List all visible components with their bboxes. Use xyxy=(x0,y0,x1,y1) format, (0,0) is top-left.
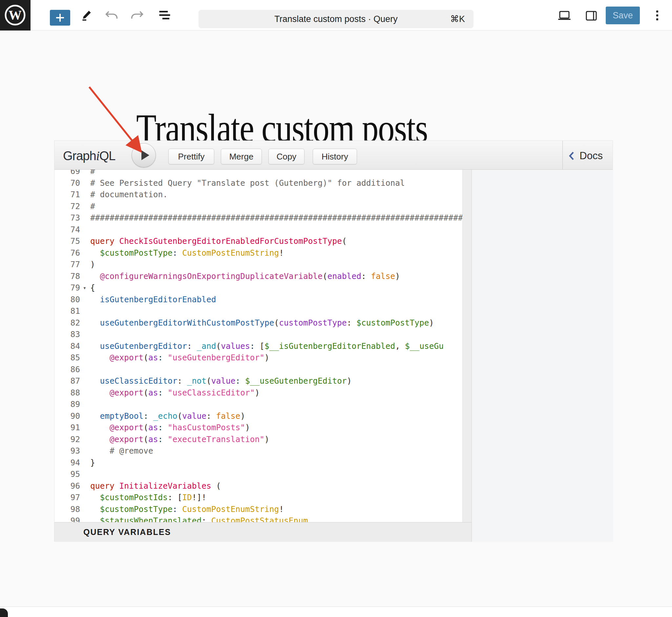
sidebar-panel-icon xyxy=(585,10,598,21)
execute-query-button[interactable] xyxy=(132,143,156,167)
wordpress-logo[interactable]: W xyxy=(0,0,30,30)
code-line: 70# See Persisted Query "Translate post … xyxy=(54,177,462,189)
plus-icon xyxy=(55,13,65,23)
command-k-shortcut: ⌘K xyxy=(450,14,465,24)
code-line: 85 @export(as: "useGutenbergEditor") xyxy=(54,352,462,364)
query-variables-label: QUERY VARIABLES xyxy=(83,528,171,537)
query-variables-bar[interactable]: QUERY VARIABLES xyxy=(54,522,471,542)
code-line: 80 isGutenbergEditorEnabled xyxy=(54,294,462,305)
save-button[interactable]: Save xyxy=(606,7,640,24)
editor-top-bar: W Translate custom pos xyxy=(0,0,672,30)
play-triangle-icon xyxy=(142,150,149,160)
code-line: 98 $customPostType: CustomPostEnumString… xyxy=(54,503,462,515)
code-line: 81 xyxy=(54,305,462,317)
code-line: 86 xyxy=(54,364,462,376)
code-line: 89 xyxy=(54,398,462,410)
graphiql-toolbar: GraphiQL Prettify Merge Copy History Doc… xyxy=(54,141,613,170)
editor-canvas: Translate custom posts GraphiQL Prettify… xyxy=(0,30,672,607)
document-overview-button[interactable] xyxy=(158,8,172,22)
toolbar-divider xyxy=(563,141,563,170)
redo-arrow-icon xyxy=(131,10,144,20)
list-view-icon xyxy=(158,10,171,21)
kebab-dot xyxy=(656,18,658,20)
editor-scrollbar[interactable] xyxy=(462,170,471,522)
code-line: 87 useClassicEditor: _not(value: $__useG… xyxy=(54,375,462,387)
document-title-search[interactable]: Translate custom posts · Query ⌘K xyxy=(199,10,473,28)
code-line: 74 xyxy=(54,224,462,236)
code-line: 91 @export(as: "hasCustomPosts") xyxy=(54,422,462,434)
code-line: 92 @export(as: "executeTranslation") xyxy=(54,434,462,445)
code-line: 93 # @remove xyxy=(54,445,462,457)
code-line: 96query InitializeVariables ( xyxy=(54,480,462,492)
code-line: 90 emptyBool: _echo(value: false) xyxy=(54,410,462,422)
code-line: 72# xyxy=(54,201,462,212)
copy-button[interactable]: Copy xyxy=(268,149,304,164)
code-line: 88 @export(as: "useClassicEditor") xyxy=(54,387,462,399)
docs-label: Docs xyxy=(580,150,603,162)
code-line: 75query CheckIsGutenbergEditorEnabledFor… xyxy=(54,235,462,247)
result-pane xyxy=(471,170,613,542)
svg-text:W: W xyxy=(9,8,22,22)
tools-button[interactable] xyxy=(79,8,94,22)
document-title: Translate custom posts · Query xyxy=(274,14,398,24)
more-options-button[interactable] xyxy=(655,8,660,23)
code-line: 71# documentation. xyxy=(54,189,462,201)
docs-button[interactable]: Docs xyxy=(568,149,603,163)
code-line: 83 xyxy=(54,329,462,340)
code-line: 69# xyxy=(54,170,462,177)
query-editor[interactable]: 69#70# See Persisted Query "Translate po… xyxy=(54,170,462,522)
code-line: 95 xyxy=(54,468,462,480)
code-line: 73######################################… xyxy=(54,212,462,224)
prettify-button[interactable]: Prettify xyxy=(168,149,214,164)
redo-button[interactable] xyxy=(130,8,144,22)
chevron-left-icon xyxy=(568,151,575,161)
code-line: 94} xyxy=(54,457,462,469)
undo-arrow-icon xyxy=(105,10,118,20)
preview-button[interactable] xyxy=(557,9,572,23)
undo-button[interactable] xyxy=(104,8,119,22)
code-line: 78 @configureWarningsOnExportingDuplicat… xyxy=(54,270,462,282)
code-line: 82 useGutenbergEditorWithCustomPostType(… xyxy=(54,317,462,329)
code-lines: 69#70# See Persisted Query "Translate po… xyxy=(54,170,462,522)
graphiql-logo: GraphiQL xyxy=(63,148,115,164)
code-line: 97 $customPostIds: [ID!]! xyxy=(54,492,462,503)
code-line: 77) xyxy=(54,259,462,270)
wordpress-w-icon: W xyxy=(0,0,30,30)
settings-sidebar-button[interactable] xyxy=(584,9,599,23)
editor-footer-bar: Query xyxy=(0,607,672,617)
kebab-dot xyxy=(656,14,658,16)
graphiql-block: GraphiQL Prettify Merge Copy History Doc… xyxy=(54,141,613,542)
laptop-icon xyxy=(557,10,572,21)
block-inserter-button[interactable] xyxy=(50,10,70,26)
kebab-dot xyxy=(656,10,658,12)
merge-button[interactable]: Merge xyxy=(221,149,262,164)
code-line: 84 useGutenbergEditor: _and(values: [$__… xyxy=(54,340,462,352)
fold-arrow-icon[interactable]: ▾ xyxy=(83,282,86,294)
code-line: 79▾{ xyxy=(54,282,462,294)
pencil-icon xyxy=(80,9,93,21)
history-button[interactable]: History xyxy=(313,149,357,164)
code-line: 76 $customPostType: CustomPostEnumString… xyxy=(54,247,462,259)
code-line: 99 $statusWhenTranslated: CustomPostStat… xyxy=(54,515,462,522)
